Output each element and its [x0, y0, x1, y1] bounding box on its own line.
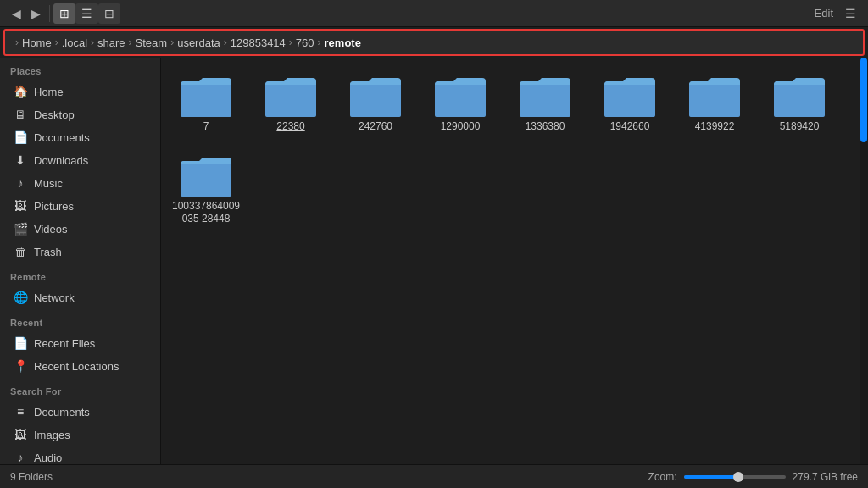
sep5: ›: [224, 36, 227, 48]
icon-view-button[interactable]: ⊞: [53, 3, 75, 24]
desktop-icon: 🖥: [14, 108, 27, 121]
recent-locations-icon: 📍: [14, 359, 27, 373]
file-label: 5189420: [780, 120, 820, 134]
sep4: ›: [170, 36, 174, 48]
list-view-button[interactable]: ☰: [75, 3, 98, 24]
menu-button[interactable]: ☰: [840, 5, 861, 22]
videos-icon: 🎬: [14, 222, 27, 236]
file-item[interactable]: 22380: [253, 68, 329, 139]
file-item[interactable]: 7: [168, 68, 244, 139]
folder-icon: [604, 73, 655, 117]
svg-rect-17: [181, 164, 231, 197]
file-grid: 7 22380 242760 1290000 1: [168, 68, 853, 231]
folder-icon: [350, 73, 401, 117]
file-item[interactable]: 1942660: [592, 68, 668, 139]
breadcrumb-remote[interactable]: remote: [325, 36, 361, 49]
sidebar-trash-label: Trash: [34, 246, 62, 258]
extra-view-button[interactable]: ⊟: [98, 3, 120, 24]
sidebar-recent-files-label: Recent Files: [34, 337, 95, 350]
sidebar-recent-locations-label: Recent Locations: [34, 360, 119, 373]
sep3: ›: [129, 36, 132, 48]
breadcrumb-root-sep: ›: [15, 36, 19, 48]
sidebar-videos-label: Videos: [34, 223, 68, 236]
file-item[interactable]: 242760: [337, 68, 414, 139]
scrollbar-thumb: [860, 58, 867, 142]
home-icon: 🏠: [14, 85, 27, 98]
file-label: 1336380: [526, 120, 565, 134]
sidebar-item-search-docs[interactable]: ≡ Documents: [3, 401, 157, 423]
svg-rect-7: [435, 85, 486, 117]
statusbar: 9 Folders Zoom: 279.7 GiB free: [0, 464, 868, 488]
sidebar-search-audio-label: Audio: [34, 452, 62, 464]
file-item[interactable]: 5189420: [761, 68, 837, 139]
sidebar-item-documents[interactable]: 📄 Documents: [3, 126, 157, 148]
breadcrumb-760[interactable]: 760: [296, 36, 314, 49]
sidebar-item-pictures[interactable]: 🖼 Pictures: [3, 195, 157, 217]
search-audio-icon: ♪: [14, 451, 27, 464]
zoom-slider[interactable]: [684, 475, 786, 479]
folder-icon: [689, 73, 740, 117]
folder-icon: [520, 73, 570, 117]
file-label: 22380: [276, 120, 304, 134]
documents-icon: 📄: [14, 130, 27, 144]
search-docs-icon: ≡: [14, 405, 27, 419]
pictures-icon: 🖼: [14, 199, 27, 213]
svg-rect-3: [265, 85, 316, 117]
back-button[interactable]: ◀: [7, 5, 26, 22]
breadcrumb: › Home › .local › share › Steam › userda…: [3, 29, 865, 56]
sidebar-item-videos[interactable]: 🎬 Videos: [3, 218, 157, 240]
sidebar-item-recent-locations[interactable]: 📍 Recent Locations: [3, 355, 157, 377]
titlebar: ◀ ▶ ⊞ ☰ ⊟ Edit ☰: [0, 0, 868, 27]
sidebar-item-trash[interactable]: 🗑 Trash: [3, 241, 157, 263]
sidebar-item-search-audio[interactable]: ♪ Audio: [3, 446, 157, 464]
search-section: Search For: [0, 378, 160, 400]
sidebar-item-downloads[interactable]: ⬇ Downloads: [3, 149, 157, 171]
sidebar-pictures-label: Pictures: [34, 200, 74, 213]
sidebar-item-desktop[interactable]: 🖥 Desktop: [3, 103, 157, 125]
sep2: ›: [91, 36, 94, 48]
file-item[interactable]: 4139922: [676, 68, 753, 139]
forward-button[interactable]: ▶: [26, 5, 46, 22]
file-label: 7: [203, 120, 209, 134]
svg-rect-9: [520, 85, 570, 117]
free-space: 279.7 GiB free: [793, 471, 858, 483]
folder-icon: [181, 73, 231, 117]
file-item[interactable]: 1336380: [507, 68, 583, 139]
sidebar-search-images-label: Images: [34, 429, 70, 441]
recent-section: Recent: [0, 309, 160, 331]
sidebar-item-recent-files[interactable]: 📄 Recent Files: [3, 332, 157, 354]
breadcrumb-userdata[interactable]: userdata: [177, 36, 220, 49]
folder-icon: [265, 73, 316, 117]
folders-count: 9 Folders: [10, 471, 53, 483]
breadcrumb-home[interactable]: Home: [22, 36, 52, 49]
sidebar-search-docs-label: Documents: [34, 406, 90, 419]
file-label: 1290000: [441, 120, 481, 134]
file-label: 242760: [359, 120, 392, 134]
breadcrumb-share[interactable]: share: [97, 36, 125, 49]
scrollbar[interactable]: [860, 58, 868, 464]
sidebar-home-label: Home: [34, 86, 64, 98]
sidebar-item-home[interactable]: 🏠 Home: [3, 80, 157, 103]
main-layout: Places 🏠 Home 🖥 Desktop 📄 Documents ⬇ Do…: [0, 58, 868, 464]
separator: [49, 5, 50, 22]
zoom-section: Zoom: 279.7 GiB free: [648, 471, 858, 483]
file-item[interactable]: 1290000: [422, 68, 498, 139]
search-images-icon: 🖼: [14, 428, 27, 441]
zoom-thumb: [733, 472, 743, 482]
breadcrumb-id[interactable]: 129853414: [231, 36, 286, 49]
edit-button[interactable]: Edit: [808, 3, 840, 23]
svg-rect-11: [604, 85, 655, 117]
svg-rect-5: [350, 85, 401, 117]
breadcrumb-steam[interactable]: Steam: [136, 36, 168, 49]
sidebar-item-network[interactable]: 🌐 Network: [3, 286, 157, 308]
sidebar-music-label: Music: [34, 177, 63, 190]
folder-icon: [774, 73, 825, 117]
sidebar-item-music[interactable]: ♪ Music: [3, 172, 157, 194]
file-area[interactable]: 7 22380 242760 1290000 1: [161, 58, 860, 464]
sidebar-item-search-images[interactable]: 🖼 Images: [3, 424, 157, 446]
sep6: ›: [289, 36, 292, 48]
music-icon: ♪: [14, 176, 27, 190]
places-section: Places: [0, 58, 160, 80]
breadcrumb-local[interactable]: .local: [62, 36, 87, 49]
file-item[interactable]: 100337864009035 28448: [168, 147, 244, 231]
